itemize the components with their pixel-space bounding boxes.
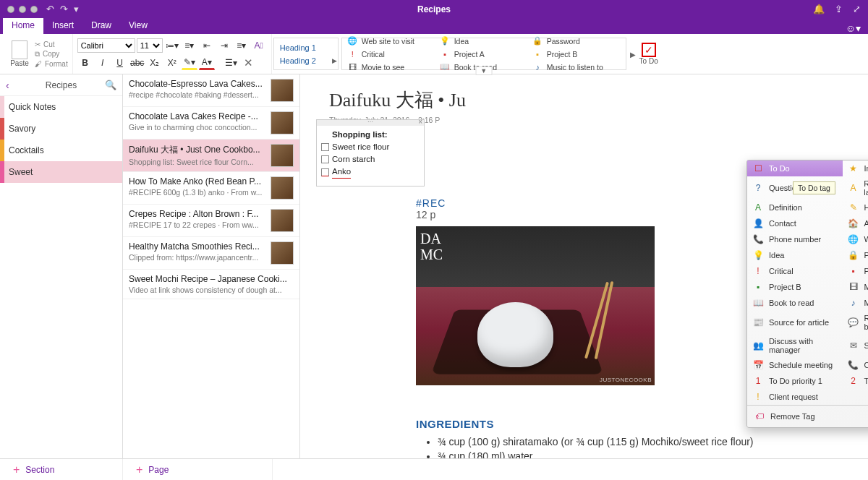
tag-menu-item[interactable]: ADefinition — [747, 200, 843, 215]
copy-button[interactable]: ⧉Copy — [35, 50, 68, 59]
page-item[interactable]: Chocolate Lava Cakes Recipe -...Give in … — [123, 107, 299, 140]
delete-button[interactable]: ✕ — [241, 56, 257, 70]
tag-menu-item[interactable]: ▪Project A — [843, 263, 869, 279]
tag-menu-item[interactable]: ▪Project B — [747, 279, 843, 295]
page-item[interactable]: Chocolate-Espresso Lava Cakes...#recipe … — [123, 74, 299, 107]
section-item[interactable]: Cocktails — [0, 140, 122, 161]
checkbox-icon[interactable] — [321, 143, 329, 151]
tag-menu-item[interactable]: 🔒Password — [843, 247, 869, 263]
cut-button[interactable]: ✂Cut — [35, 40, 68, 48]
back-icon[interactable]: ‹ — [6, 80, 9, 91]
italic-button[interactable]: I — [95, 56, 111, 70]
checkbox-icon[interactable] — [321, 155, 329, 163]
undo-icon[interactable]: ↶ — [46, 4, 54, 14]
font-color-button[interactable]: A▾ — [199, 56, 215, 70]
tag-menu-item[interactable]: 👥Discuss with manager — [747, 334, 843, 357]
font-name-select[interactable]: Calibri — [77, 38, 135, 53]
numbering-button[interactable]: ≡▾ — [182, 38, 197, 53]
indent-button[interactable]: ⇥ — [216, 38, 232, 53]
page-item[interactable]: Crepes Recipe : Alton Brown : F...#RECIP… — [123, 205, 299, 237]
superscript-button[interactable]: X² — [164, 56, 180, 70]
lock-icon: 🔒 — [533, 36, 542, 46]
bullets-button[interactable]: ≔▾ — [164, 38, 180, 53]
shopping-item[interactable]: Anko — [321, 166, 420, 179]
paste-button[interactable]: Paste — [4, 40, 35, 67]
ingredient-item[interactable]: ¾ cup (100 g) shiratamako (or ¾ cup (115… — [438, 434, 754, 449]
note-title[interactable]: Daifuku 大福 • Ju — [329, 87, 868, 113]
highlight-button[interactable]: ✎▾ — [182, 56, 197, 70]
tag-menu-item[interactable]: ★Important — [843, 160, 869, 176]
redo-icon[interactable]: ↷ — [60, 4, 68, 14]
window-controls[interactable] — [7, 6, 38, 13]
page-thumbnail — [271, 241, 294, 265]
tags-more-icon[interactable]: ▶ — [630, 50, 636, 58]
tag-menu-item[interactable]: 🌐Web site to visit — [843, 231, 869, 247]
todo-button[interactable]: ✓To Do — [632, 43, 665, 65]
clear-format-button[interactable]: Aᷕ — [251, 38, 267, 53]
styles-button[interactable]: ☰▾ — [224, 56, 239, 70]
tag-menu-item[interactable]: !Client request — [747, 389, 843, 405]
ingredient-item[interactable]: ¾ cup (180 ml) water — [438, 449, 754, 458]
shopping-list-container[interactable]: × Shopping list: Sweet rice flour Corn s… — [316, 119, 425, 187]
page-item[interactable]: Healthy Matcha Smoothies Reci...Clipped … — [123, 237, 299, 270]
pages-panel: Chocolate-Espresso Lava Cakes...#recipe … — [123, 74, 300, 458]
add-section-button[interactable]: +Section — [0, 459, 123, 480]
shopping-item[interactable]: Corn starch — [321, 153, 420, 166]
page-item[interactable]: How To Make Anko (Red Bean P...#RECIPE 6… — [123, 172, 299, 205]
page-item[interactable]: Daifuku 大福 • Just One Cookbo...Shopping … — [123, 140, 299, 172]
subscript-button[interactable]: X₂ — [147, 56, 163, 70]
tag-menu-item[interactable]: !Critical — [747, 263, 843, 279]
bold-button[interactable]: B — [77, 56, 93, 70]
tag-menu-item[interactable]: 📞Phone number — [747, 231, 843, 247]
tag-menu-item[interactable]: 1To Do priority 1 — [747, 373, 843, 389]
share-icon[interactable]: ⇪ — [835, 4, 843, 14]
format-painter-button[interactable]: 🖌Format — [35, 60, 68, 68]
note-canvas[interactable]: Daifuku 大福 • Ju Thursday, July 21, 2016 … — [300, 74, 868, 458]
tag-menu-item[interactable]: 📞Call back — [843, 357, 869, 373]
tag-menu-item[interactable]: 👤Contact — [747, 215, 843, 231]
shopping-header[interactable]: Shopping list: — [321, 129, 420, 141]
section-item[interactable]: Sweet — [0, 161, 122, 183]
align-button[interactable]: ≡▾ — [234, 38, 250, 53]
page-item[interactable]: Sweet Mochi Recipe – Japanese Cooki...Vi… — [123, 270, 299, 299]
tab-insert[interactable]: Insert — [43, 18, 82, 34]
shopping-item[interactable]: Sweet rice flour — [321, 141, 420, 153]
tag-menu-item[interactable]: 📅Schedule meeting — [747, 357, 843, 373]
section-item[interactable]: Savory — [0, 118, 122, 140]
tag-menu-item[interactable]: 📰Source for article — [747, 311, 843, 334]
ingredients-section[interactable]: INGREDIENTS ¾ cup (100 g) shiratamako (o… — [416, 418, 754, 458]
tab-view[interactable]: View — [120, 18, 156, 34]
checkbox-icon[interactable] — [321, 168, 329, 176]
search-icon[interactable]: 🔍 — [105, 80, 116, 90]
styles-gallery[interactable]: Heading 1 Heading 2 ▶ — [273, 38, 339, 70]
tag-menu-item[interactable]: 📖Book to read — [747, 295, 843, 311]
qat-more-icon[interactable]: ▾ — [74, 4, 79, 14]
tag-menu-item[interactable]: 🎞Movie to see — [843, 279, 869, 295]
tag-menu-item[interactable]: 2To Do priority 2 — [843, 373, 869, 389]
tag-menu-item[interactable]: ♪Music to listen to — [843, 295, 869, 311]
tab-home[interactable]: Home — [3, 18, 43, 34]
smiley-icon[interactable]: ☺▾ — [846, 22, 861, 34]
tags-gallery[interactable]: 🌐Web site to visit 💡Idea 🔒Password !Crit… — [341, 38, 626, 70]
notifications-icon[interactable]: 🔔 — [813, 4, 825, 14]
add-page-button[interactable]: +Page — [123, 459, 273, 480]
tag-menu-item[interactable]: ✎Highlight — [843, 200, 869, 215]
close-icon[interactable]: × — [418, 118, 422, 126]
strike-button[interactable]: abc — [129, 56, 145, 70]
section-item[interactable]: Quick Notes — [0, 96, 122, 118]
font-size-select[interactable]: 11 — [137, 38, 163, 53]
tag-menu-item[interactable]: 🏠Address — [843, 215, 869, 231]
fullscreen-icon[interactable]: ⤢ — [853, 4, 861, 14]
tag-menu-item[interactable]: ☐To Do — [747, 160, 843, 176]
outdent-button[interactable]: ⇤ — [199, 38, 215, 53]
quick-access-toolbar[interactable]: ↶ ↷ ▾ — [46, 4, 79, 14]
note-body[interactable]: #REC 12 p DAMC JUSTONECOOKB — [416, 197, 655, 385]
underline-button[interactable]: U — [112, 56, 128, 70]
bulb-icon: 💡 — [441, 36, 450, 46]
remove-tag-button[interactable]: 🏷 Remove Tag — [747, 405, 868, 427]
tab-draw[interactable]: Draw — [82, 18, 120, 34]
tag-menu-item[interactable]: 💬Remember for blog — [843, 311, 869, 334]
tag-menu-item[interactable]: ARemember for later — [843, 176, 869, 200]
tag-menu-item[interactable]: 💡Idea — [747, 247, 843, 263]
tag-menu-item[interactable]: ✉Send in email — [843, 334, 869, 357]
